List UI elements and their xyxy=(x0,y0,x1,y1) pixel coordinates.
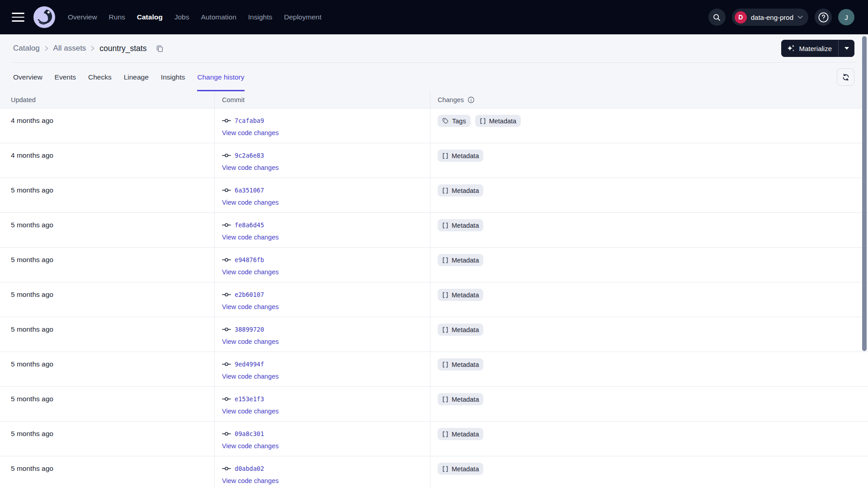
nav-item-deployment[interactable]: Deployment xyxy=(284,13,321,21)
app-root: Overview Runs Catalog Jobs Automation In… xyxy=(0,0,868,488)
nav-item-automation[interactable]: Automation xyxy=(201,13,236,21)
breadcrumb-catalog-link[interactable]: Catalog xyxy=(13,44,40,53)
commit-icon xyxy=(222,396,231,402)
chevron-right-icon xyxy=(91,46,94,51)
commit-hash-link[interactable]: 09a8c301 xyxy=(235,430,264,437)
badge-label: Metadata xyxy=(452,222,479,229)
changes-cell: Metadata xyxy=(430,248,868,282)
row-updated: 5 months ago xyxy=(11,291,53,298)
tabs-row: Overview Events Checks Lineage Insights … xyxy=(0,63,868,91)
nav-item-catalog[interactable]: Catalog xyxy=(137,13,163,21)
copy-button[interactable] xyxy=(156,45,164,52)
table-body: 4 months ago 7cafaba9 View code changes … xyxy=(0,108,868,488)
view-code-changes-link[interactable]: View code changes xyxy=(222,372,279,381)
brackets-icon xyxy=(442,222,448,229)
table-row: 5 months ago e94876fb View code changes … xyxy=(0,248,868,282)
scrollbar-thumb[interactable] xyxy=(862,36,867,351)
chevron-right-icon xyxy=(45,46,48,51)
deployment-switcher[interactable]: D data-eng-prod xyxy=(732,9,808,26)
table-row: 5 months ago 9ed4994f View code changes … xyxy=(0,352,868,387)
view-code-changes-link[interactable]: View code changes xyxy=(222,302,279,312)
commit-hash-link[interactable]: e94876fb xyxy=(235,256,264,263)
tab-overview[interactable]: Overview xyxy=(13,63,42,91)
badge-label: Metadata xyxy=(452,431,479,438)
row-updated: 5 months ago xyxy=(11,430,53,437)
view-code-changes-link[interactable]: View code changes xyxy=(222,441,279,451)
tab-lineage[interactable]: Lineage xyxy=(124,63,149,91)
view-code-changes-link[interactable]: View code changes xyxy=(222,267,279,277)
materialize-label: Materialize xyxy=(799,45,832,52)
nav-item-insights[interactable]: Insights xyxy=(248,13,272,21)
tab-change-history[interactable]: Change history xyxy=(197,63,244,91)
breadcrumb-all-assets-link[interactable]: All assets xyxy=(53,44,86,53)
sparkle-icon xyxy=(787,44,795,53)
tab-insights[interactable]: Insights xyxy=(161,63,185,91)
table-row: 4 months ago 9c2a6e83 View code changes … xyxy=(0,143,868,178)
nav-item-runs[interactable]: Runs xyxy=(109,13,125,21)
view-code-changes-link[interactable]: View code changes xyxy=(222,198,279,207)
badge-label: Metadata xyxy=(452,152,479,160)
changes-cell: Metadata xyxy=(430,317,868,352)
badge-label: Metadata xyxy=(452,291,479,299)
row-updated: 5 months ago xyxy=(11,221,53,229)
commit-hash-link[interactable]: 9ed4994f xyxy=(235,361,264,368)
tab-events[interactable]: Events xyxy=(55,63,76,91)
nav-item-overview[interactable]: Overview xyxy=(68,13,97,21)
commit-hash-link[interactable]: e153e1f3 xyxy=(235,395,264,403)
view-code-changes-link[interactable]: View code changes xyxy=(222,337,279,347)
brackets-icon xyxy=(442,292,448,298)
breadcrumb: Catalog All assets country_stats xyxy=(13,44,164,53)
commit-hash-link[interactable]: 38899720 xyxy=(235,326,264,333)
brackets-icon xyxy=(442,257,448,263)
brackets-icon xyxy=(480,118,486,124)
table-row: 5 months ago 09a8c301 View code changes … xyxy=(0,422,868,456)
tag-icon xyxy=(442,117,449,124)
refresh-button[interactable] xyxy=(837,68,854,86)
deployment-badge: D xyxy=(735,11,747,23)
refresh-icon xyxy=(842,73,850,81)
brackets-icon xyxy=(442,361,448,368)
deployment-name: data-eng-prod xyxy=(751,14,793,21)
badge-label: Metadata xyxy=(452,396,479,403)
table-row: 5 months ago 6a351067 View code changes … xyxy=(0,178,868,213)
nav-item-jobs[interactable]: Jobs xyxy=(175,13,189,21)
view-code-changes-link[interactable]: View code changes xyxy=(222,407,279,416)
view-code-changes-link[interactable]: View code changes xyxy=(222,476,279,486)
commit-hash-link[interactable]: 6a351067 xyxy=(235,187,264,194)
commit-hash-link[interactable]: d0abda02 xyxy=(235,465,264,472)
asset-tabs: Overview Events Checks Lineage Insights … xyxy=(13,63,245,91)
changes-cell: Metadata xyxy=(430,213,868,247)
commit-icon xyxy=(222,327,231,332)
commit-hash-link[interactable]: 7cafaba9 xyxy=(235,117,264,124)
help-button[interactable] xyxy=(815,9,832,26)
commit-hash-link[interactable]: e2b60107 xyxy=(235,291,264,298)
brackets-icon xyxy=(442,327,448,333)
commit-hash-link[interactable]: 9c2a6e83 xyxy=(235,152,264,159)
changes-cell: Tags Metadata xyxy=(430,108,868,143)
metadata-badge: Metadata xyxy=(438,428,483,440)
page-title: country_stats xyxy=(99,44,146,53)
info-icon[interactable] xyxy=(467,96,475,103)
tab-checks[interactable]: Checks xyxy=(88,63,112,91)
changes-cell: Metadata xyxy=(430,422,868,456)
materialize-dropdown-button[interactable] xyxy=(838,40,854,57)
copy-icon xyxy=(156,45,164,52)
view-code-changes-link[interactable]: View code changes xyxy=(222,163,279,173)
badge-label: Metadata xyxy=(452,361,479,368)
avatar[interactable]: J xyxy=(838,9,854,25)
menu-icon[interactable] xyxy=(12,13,24,22)
metadata-badge: Metadata xyxy=(438,184,483,197)
dagster-logo[interactable] xyxy=(33,6,55,28)
column-header-commit: Commit xyxy=(215,91,430,108)
brackets-icon xyxy=(442,396,448,403)
help-icon xyxy=(817,11,830,23)
table-row: 4 months ago 7cafaba9 View code changes … xyxy=(0,108,868,143)
materialize-button[interactable]: Materialize xyxy=(781,40,838,57)
commit-hash-link[interactable]: fe8a6d45 xyxy=(235,221,264,229)
view-code-changes-link[interactable]: View code changes xyxy=(222,233,279,242)
chevron-down-icon xyxy=(797,15,803,19)
search-button[interactable] xyxy=(708,9,726,26)
view-code-changes-link[interactable]: View code changes xyxy=(222,128,279,138)
table-row: 5 months ago e2b60107 View code changes … xyxy=(0,282,868,317)
metadata-badge: Metadata xyxy=(438,393,483,405)
